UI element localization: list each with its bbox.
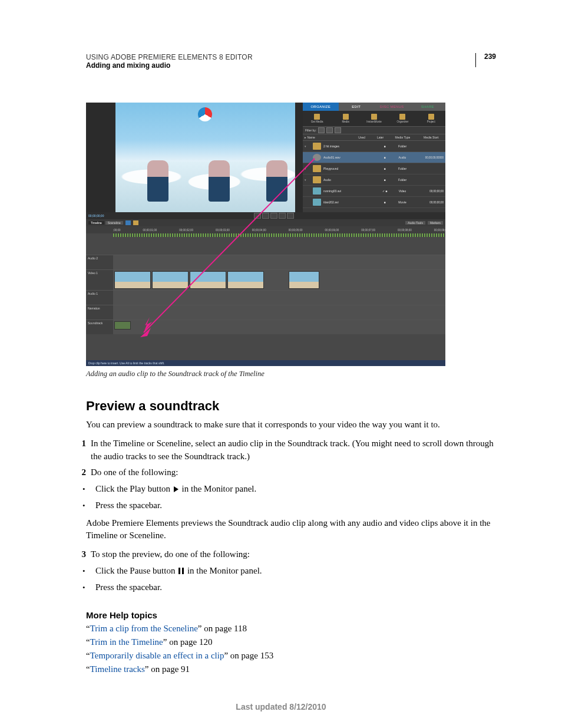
paragraph-preview: Adobe Premiere Elements previews the Sou… xyxy=(86,517,496,543)
heading-preview-soundtrack: Preview a soundtrack xyxy=(86,398,496,414)
tab-share[interactable]: SHARE xyxy=(410,103,446,111)
track-video1: Video 1 xyxy=(86,269,445,290)
media-row[interactable]: ▾Audio■Folder xyxy=(303,174,445,186)
tab-audio-tools[interactable]: Audio Tools xyxy=(405,221,425,225)
statusbar: Drop clip here to insert. Use Alt to lim… xyxy=(86,360,445,366)
btn-instantmovie[interactable]: InstantMovie xyxy=(360,111,388,126)
timeline-panel: Timeline Sceneline Audio Tools Markers ;… xyxy=(86,219,445,366)
tab-edit[interactable]: EDIT xyxy=(339,103,375,111)
btn-organizer[interactable]: Organizer xyxy=(388,111,416,126)
playbar: 00;00;00;00 xyxy=(86,212,445,219)
play-step-back[interactable] xyxy=(262,213,269,219)
soundtrack-clip[interactable] xyxy=(114,321,131,330)
help-link-row: “Timeline tracks” on page 91 xyxy=(86,664,496,674)
media-row[interactable]: ▾Playground■Folder xyxy=(303,163,445,174)
track-narration: Narration xyxy=(86,305,445,319)
help-link-row: “Trim a clip from the Sceneline” on page… xyxy=(86,624,496,634)
link-trim-sceneline[interactable]: Trim a clip from the Sceneline xyxy=(90,624,198,633)
figure-caption: Adding an audio clip to the Soundtrack t… xyxy=(86,370,496,378)
filter-btn-3[interactable] xyxy=(335,127,341,133)
footer-last-updated: Last updated 8/12/2010 xyxy=(0,702,562,711)
media-row[interactable]: ▾2 hit images■Folder xyxy=(303,141,445,152)
page-number: 239 xyxy=(475,53,496,67)
column-headers: ▸ Name Used Later Media Type Media Start xyxy=(303,134,445,141)
intro-paragraph: You can preview a soundtrack to make sur… xyxy=(86,419,496,431)
bullet-pause: Click the Pause button in the Monitor pa… xyxy=(86,565,496,578)
media-row[interactable]: Audio01.wav■Audio00;00;00;00000 xyxy=(303,152,445,163)
page-header: USING ADOBE PREMIERE ELEMENTS 8 EDITOR A… xyxy=(86,53,496,70)
tab-sceneline[interactable]: Sceneline xyxy=(105,221,123,225)
monitor-panel xyxy=(115,103,295,212)
play-prev[interactable] xyxy=(254,213,261,219)
screenshot: ORGANIZE EDIT DISC MENUS SHARE Get Media… xyxy=(86,103,445,366)
tab-timeline[interactable]: Timeline xyxy=(88,221,104,225)
btn-project[interactable]: Project xyxy=(417,111,445,126)
track-soundtrack[interactable]: Soundtrack xyxy=(86,319,445,334)
btn-get-media[interactable]: Get Media xyxy=(303,111,331,126)
help-link-row: “Trim in the Timeline” on page 120 xyxy=(86,637,496,647)
heading-more-help: More Help topics xyxy=(86,610,496,620)
tl-tool-icon[interactable] xyxy=(125,220,131,225)
track-audio2: Audio 2 xyxy=(86,255,445,269)
play-icon xyxy=(174,486,178,492)
tab-markers[interactable]: Markers xyxy=(428,221,443,225)
bullet-play: Click the Play button in the Monitor pan… xyxy=(86,483,496,496)
filter-label: Filter by: xyxy=(305,129,316,132)
link-trim-timeline[interactable]: Trim in the Timeline xyxy=(90,637,163,647)
media-row[interactable]: titan202.avi■Movie00;00;00;00 xyxy=(303,197,445,208)
figure: ORGANIZE EDIT DISC MENUS SHARE Get Media… xyxy=(86,103,496,378)
step-1: 1In the Timeline or Sceneline, select an… xyxy=(86,437,496,463)
bullet-spacebar-stop: Press the spacebar. xyxy=(86,581,496,594)
media-row[interactable]: running03.avi✓ ■Video00;00;00;00 xyxy=(303,186,445,197)
filter-btn-2[interactable] xyxy=(326,127,333,133)
timeline-ruler: ;00;0000;00;01;0000;00;02;0000;00;03;000… xyxy=(86,226,445,233)
play-step-fwd[interactable] xyxy=(279,213,286,219)
step-3: 3To stop the preview, do one of the foll… xyxy=(86,548,496,561)
bullet-spacebar: Press the spacebar. xyxy=(86,499,496,512)
filter-btn-1[interactable] xyxy=(318,127,325,133)
project-panel: ORGANIZE EDIT DISC MENUS SHARE Get Media… xyxy=(303,103,445,212)
help-link-row: “Temporarily disable an effect in a clip… xyxy=(86,651,496,661)
tl-tool-icon[interactable] xyxy=(133,220,138,225)
header-section: Adding and mixing audio xyxy=(86,61,253,70)
header-title: USING ADOBE PREMIERE ELEMENTS 8 EDITOR xyxy=(86,53,253,61)
pause-icon xyxy=(178,568,184,574)
link-disable-effect[interactable]: Temporarily disable an effect in a clip xyxy=(90,651,224,660)
tab-organize[interactable]: ORGANIZE xyxy=(303,103,339,111)
timecode: 00;00;00;00 xyxy=(88,214,104,218)
play-next[interactable] xyxy=(287,213,294,219)
play-button[interactable] xyxy=(270,213,277,219)
link-timeline-tracks[interactable]: Timeline tracks xyxy=(90,664,145,674)
tab-disc-menus[interactable]: DISC MENUS xyxy=(374,103,410,111)
step-2: 2Do one of the following: xyxy=(86,466,496,479)
btn-media[interactable]: Media xyxy=(331,111,359,126)
track-audio1: Audio 1 xyxy=(86,290,445,305)
